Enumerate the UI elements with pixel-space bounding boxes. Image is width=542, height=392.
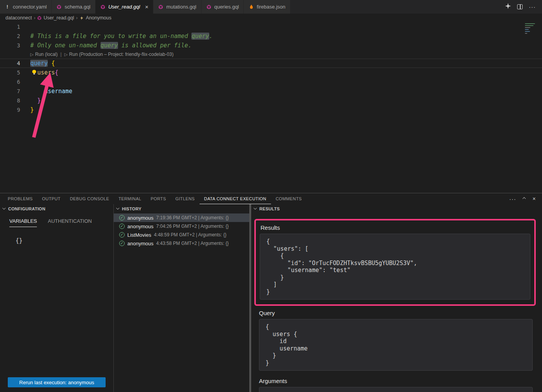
panel-tab-bar: PROBLEMS OUTPUT DEBUG CONSOLE TERMINAL P… xyxy=(0,193,542,204)
check-circle-icon: ✓ xyxy=(119,232,125,238)
tab-authentication[interactable]: AUTHENTICATION xyxy=(48,218,92,227)
results-label: Results xyxy=(261,224,530,231)
more-actions-icon[interactable]: ··· xyxy=(509,196,516,202)
line-number: 9 xyxy=(0,105,20,114)
code-line[interactable]: 3 # Only one un-named query is allowed p… xyxy=(0,41,542,50)
arguments-label: Arguments xyxy=(259,378,542,384)
results-json: { "users": [ { "id": "OrTucFODZHTksvBSBU… xyxy=(260,234,530,300)
graphql-icon xyxy=(37,16,42,20)
run-local-link[interactable]: ▷Run (local) xyxy=(30,50,58,59)
tab-connector-yaml[interactable]: ! connector.yaml xyxy=(0,0,52,14)
panel-actions: ··· × xyxy=(509,196,542,202)
results-title: RESULTS xyxy=(259,206,280,211)
editor-actions: ··· xyxy=(505,0,542,14)
results-section: RESULTS Results { "users": [ { "id": "Or… xyxy=(251,204,542,392)
chevron-down-icon xyxy=(254,206,257,210)
panel-tab-ports[interactable]: PORTS xyxy=(146,193,171,204)
code-line[interactable]: 7 username xyxy=(0,87,542,96)
code-line-current[interactable]: 4 query { xyxy=(0,59,542,68)
panel-tab-terminal[interactable]: TERMINAL xyxy=(114,193,146,204)
history-item[interactable]: ✓ ListMovies 4:48:59 PM GMT+2 | Argument… xyxy=(114,231,249,239)
editor-tab-bar: ! connector.yaml schema.gql User_read.gq… xyxy=(0,0,542,14)
run-icon: ▷ xyxy=(30,50,33,59)
chevron-down-icon xyxy=(116,206,119,210)
history-item[interactable]: ✓ anonymous 7:04:26 PM GMT+2 | Arguments… xyxy=(114,222,249,231)
panel-tab-data-connect-execution[interactable]: DATA CONNECT EXECUTION xyxy=(200,193,271,204)
line-number: 5 xyxy=(0,68,20,77)
line-number: 8 xyxy=(0,96,20,105)
panel-body: CONFIGURATION VARIABLES AUTHENTICATION {… xyxy=(0,204,542,392)
line-number: 2 xyxy=(0,31,20,41)
rerun-last-execution-button[interactable]: Rerun last execution: anonymous xyxy=(8,377,106,387)
graphql-icon xyxy=(158,5,163,9)
code-line[interactable]: 6 id xyxy=(0,77,542,87)
yaml-file-icon: ! xyxy=(5,4,10,10)
more-actions-icon[interactable]: ··· xyxy=(529,3,536,10)
line-number: 6 xyxy=(0,77,20,87)
results-highlight-annotation: Results { "users": [ { "id": "OrTucFODZH… xyxy=(254,219,536,306)
breadcrumb: dataconnect › User_read.gql › Anonymous xyxy=(0,14,542,22)
graphql-icon xyxy=(100,5,106,9)
breadcrumb-anonymous[interactable]: Anonymous xyxy=(86,15,111,21)
codelens-divider: | xyxy=(61,50,62,59)
breadcrumb-separator: › xyxy=(76,15,78,21)
tab-user-read-gql[interactable]: User_read.gql × xyxy=(96,0,153,14)
panel-tab-gitlens[interactable]: GITLENS xyxy=(171,193,200,204)
panel-tab-output[interactable]: OUTPUT xyxy=(37,193,65,204)
firebase-icon xyxy=(248,4,254,9)
minimap[interactable] xyxy=(525,23,537,42)
copilot-sparkle-icon[interactable] xyxy=(505,3,511,10)
code-editor[interactable]: 1 2 # This is a file for you to write an… xyxy=(0,22,542,193)
close-panel-icon[interactable]: × xyxy=(532,196,536,202)
history-header[interactable]: HISTORY xyxy=(114,204,249,213)
tab-label: User_read.gql xyxy=(108,4,140,10)
code-line[interactable]: 1 xyxy=(0,22,542,31)
tab-queries-gql[interactable]: queries.gql xyxy=(202,0,244,14)
breadcrumb-file[interactable]: User_read.gql xyxy=(43,15,74,21)
panel-tab-comments[interactable]: COMMENTS xyxy=(271,193,306,204)
query-label: Query xyxy=(259,310,542,316)
vscode-window: ! connector.yaml schema.gql User_read.gq… xyxy=(0,0,542,392)
codelens: ▷Run (local) | ▷Run (Production – Projec… xyxy=(0,50,542,59)
tab-label: queries.gql xyxy=(214,4,239,10)
tab-label: firebase.json xyxy=(257,4,285,10)
results-header[interactable]: RESULTS xyxy=(251,204,542,213)
variables-editor[interactable]: {} xyxy=(16,237,113,244)
chevron-down-icon xyxy=(2,206,5,210)
tab-firebase-json[interactable]: firebase.json xyxy=(244,0,290,14)
breadcrumb-separator: › xyxy=(34,15,35,21)
code-line[interactable]: 2 # This is a file for you to write an u… xyxy=(0,31,542,41)
tab-mutations-gql[interactable]: mutations.gql xyxy=(153,0,201,14)
split-editor-icon[interactable] xyxy=(517,4,523,9)
maximize-panel-icon[interactable] xyxy=(523,197,526,200)
history-item[interactable]: ✓ anonymous 4:43:58 PM GMT+2 | Arguments… xyxy=(114,239,249,248)
run-production-link[interactable]: ▷Run (Production – Project: friendly-fli… xyxy=(64,50,174,59)
configuration-header[interactable]: CONFIGURATION xyxy=(0,204,113,213)
lightbulb-icon[interactable] xyxy=(32,70,36,75)
close-tab-icon[interactable]: × xyxy=(145,4,149,10)
results-content: Results { "users": [ { "id": "OrTucFODZH… xyxy=(251,213,542,392)
configuration-section: CONFIGURATION VARIABLES AUTHENTICATION {… xyxy=(0,204,114,392)
history-item[interactable]: ✓ anonymous 7:19:36 PM GMT+2 | Arguments… xyxy=(114,213,249,222)
panel-tab-problems[interactable]: PROBLEMS xyxy=(3,193,37,204)
configuration-tabs: VARIABLES AUTHENTICATION xyxy=(0,218,113,227)
run-icon: ▷ xyxy=(64,50,68,59)
query-text: { users { id username } } xyxy=(259,319,533,371)
code-line[interactable]: 8 } xyxy=(0,96,542,105)
tab-variables[interactable]: VARIABLES xyxy=(9,218,37,227)
tab-label: connector.yaml xyxy=(13,4,47,10)
line-number: 3 xyxy=(0,41,20,50)
panel-tab-debug-console[interactable]: DEBUG CONSOLE xyxy=(65,193,114,204)
configuration-title: CONFIGURATION xyxy=(8,206,45,211)
breadcrumb-dataconnect[interactable]: dataconnect xyxy=(5,15,32,21)
graphql-icon xyxy=(206,5,212,9)
code-line[interactable]: 9 } xyxy=(0,105,542,114)
history-title: HISTORY xyxy=(122,206,141,211)
code-line[interactable]: 5 users{ xyxy=(0,68,542,77)
line-number: 4 xyxy=(0,59,20,68)
graphql-icon xyxy=(56,5,62,9)
check-circle-icon: ✓ xyxy=(119,241,125,246)
check-circle-icon: ✓ xyxy=(119,215,125,220)
tab-label: mutations.gql xyxy=(166,4,196,10)
tab-schema-gql[interactable]: schema.gql xyxy=(52,0,95,14)
